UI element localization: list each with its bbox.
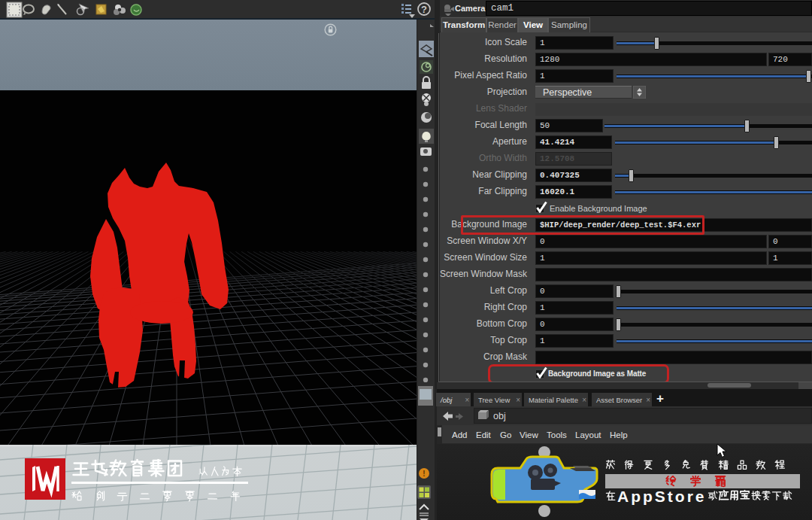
svg-text:!: ! (423, 470, 425, 478)
svg-text:?: ? (421, 4, 427, 15)
